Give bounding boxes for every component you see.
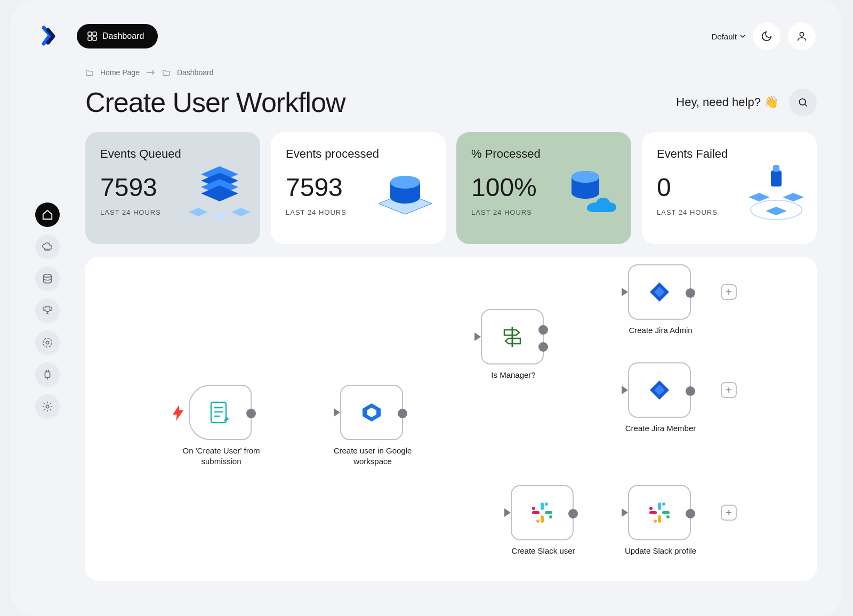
svg-rect-1	[93, 32, 96, 36]
svg-point-42	[545, 502, 548, 506]
main-area: Home Page Dashboard Create User Workflow…	[85, 68, 817, 590]
grid-icon	[87, 31, 97, 41]
stat-card-queued[interactable]: Events Queued 7593 LAST 24 HOURS	[85, 132, 260, 244]
sidebar-item-integrations[interactable]	[35, 362, 60, 387]
slack-icon	[531, 501, 553, 524]
workflow-node-trigger[interactable]: On 'Create User' from submission	[189, 385, 252, 440]
add-node-button[interactable]: +	[721, 505, 737, 521]
svg-point-10	[799, 99, 806, 105]
arrow-in-icon	[622, 508, 629, 517]
stat-title: % Processed	[471, 147, 616, 161]
node-port[interactable]	[538, 342, 548, 352]
workflow-node-jira-member[interactable]: Create Jira Member	[628, 362, 691, 418]
arrow-in-icon	[334, 408, 341, 417]
node-port[interactable]	[246, 409, 256, 418]
stat-sub: LAST 24 HOURS	[100, 208, 245, 216]
database-icon	[42, 273, 53, 285]
form-icon	[208, 400, 232, 425]
stat-title: Events Failed	[657, 147, 802, 161]
topbar: Dashboard Default	[37, 21, 816, 51]
arrow-in-icon	[504, 508, 512, 517]
svg-point-9	[46, 405, 49, 408]
node-label: Create user in Google workspace	[325, 445, 421, 466]
search-button[interactable]	[789, 88, 817, 116]
stat-cards: Events Queued 7593 LAST 24 HOURS Events …	[85, 132, 817, 244]
add-node-button[interactable]: +	[721, 284, 737, 300]
svg-rect-55	[649, 511, 657, 514]
svg-rect-41	[541, 502, 544, 510]
gear-dashed-icon	[42, 337, 53, 348]
svg-point-6	[43, 338, 52, 347]
workflow-canvas[interactable]: On 'Create User' from submission Create …	[85, 257, 817, 581]
sidebar-rail	[35, 202, 60, 419]
svg-rect-45	[541, 515, 544, 523]
svg-rect-49	[658, 502, 661, 510]
svg-point-4	[800, 33, 803, 36]
moon-icon	[761, 30, 772, 42]
workflow-node-slack-update[interactable]: Update Slack profile	[628, 485, 691, 540]
svg-point-5	[44, 274, 52, 278]
arrow-in-icon	[622, 288, 629, 296]
svg-rect-0	[88, 32, 92, 36]
stat-sub: LAST 24 HOURS	[471, 208, 616, 216]
node-label: Is Manager?	[465, 370, 561, 380]
jira-icon	[649, 379, 670, 401]
svg-rect-28	[773, 165, 779, 172]
breadcrumb-item-dashboard[interactable]: Dashboard	[177, 68, 214, 77]
breadcrumb-item-home[interactable]: Home Page	[100, 68, 140, 77]
workflow-node-slack-create[interactable]: Create Slack user	[511, 485, 574, 540]
svg-point-44	[549, 515, 552, 518]
theme-toggle-button[interactable]	[753, 22, 780, 50]
lightning-icon	[172, 405, 184, 421]
node-port[interactable]	[686, 288, 695, 298]
stat-card-failed[interactable]: Events Failed 0 LAST 24 HOURS	[642, 132, 817, 244]
arrow-right-icon	[146, 70, 156, 75]
sidebar-item-alerts[interactable]	[35, 234, 60, 259]
signpost-icon	[500, 325, 525, 349]
theme-select-label: Default	[711, 32, 737, 41]
svg-point-56	[649, 507, 653, 510]
sidebar-item-data[interactable]	[35, 266, 60, 291]
profile-button[interactable]	[788, 22, 816, 50]
folder-icon	[162, 68, 171, 77]
stat-card-processed[interactable]: Events processed 7593 LAST 24 HOURS	[271, 132, 446, 244]
workflow-node-jira-admin[interactable]: Create Jira Admin	[628, 264, 691, 320]
sidebar-item-home[interactable]	[35, 202, 60, 227]
slack-icon	[648, 501, 671, 524]
workflow-node-condition[interactable]: Is Manager?	[481, 309, 544, 364]
node-label: On 'Create User' from submission	[173, 445, 269, 466]
svg-point-54	[654, 520, 657, 523]
sidebar-item-settings[interactable]	[35, 394, 60, 419]
dashboard-pill-label: Dashboard	[102, 31, 144, 41]
jira-icon	[649, 281, 670, 303]
svg-rect-53	[658, 515, 661, 523]
node-port[interactable]	[398, 409, 407, 418]
svg-rect-51	[662, 511, 670, 514]
svg-point-48	[532, 507, 535, 510]
sidebar-item-team[interactable]	[35, 298, 60, 323]
stat-sub: LAST 24 HOURS	[657, 208, 802, 216]
add-node-button[interactable]: +	[721, 382, 737, 398]
sidebar-item-automation[interactable]	[35, 330, 60, 355]
dashboard-pill[interactable]: Dashboard	[77, 24, 158, 48]
workflow-edges	[85, 257, 245, 337]
help-text: Hey, need help? 👋	[676, 95, 778, 109]
node-port[interactable]	[568, 509, 578, 518]
stat-value: 100%	[471, 173, 616, 202]
page-title-row: Create User Workflow Hey, need help? 👋	[85, 86, 817, 118]
node-port[interactable]	[538, 325, 548, 335]
breadcrumb: Home Page Dashboard	[85, 68, 817, 77]
workflow-node-google[interactable]: Create user in Google workspace	[340, 385, 403, 440]
stat-card-percent[interactable]: % Processed 100% LAST 24 HOURS	[456, 132, 631, 244]
node-port[interactable]	[686, 509, 695, 518]
chevron-down-icon	[740, 34, 745, 39]
svg-rect-3	[93, 37, 96, 40]
svg-point-52	[666, 515, 670, 518]
svg-point-50	[662, 502, 665, 506]
node-port[interactable]	[686, 386, 695, 396]
stat-title: Events processed	[286, 147, 431, 161]
svg-point-7	[46, 341, 49, 344]
svg-rect-8	[45, 372, 50, 378]
trophy-icon	[42, 305, 53, 317]
theme-select[interactable]: Default	[711, 32, 745, 41]
